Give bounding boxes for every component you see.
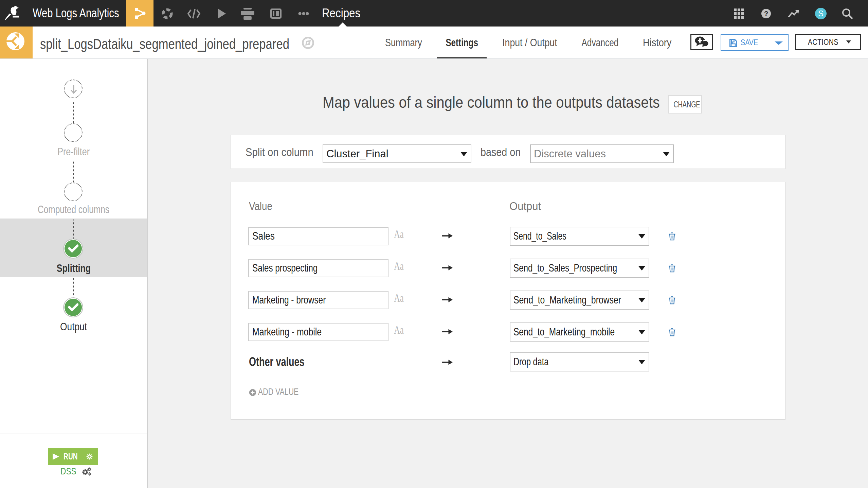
svg-text:S: S (818, 9, 824, 18)
svg-text:?: ? (764, 10, 768, 17)
